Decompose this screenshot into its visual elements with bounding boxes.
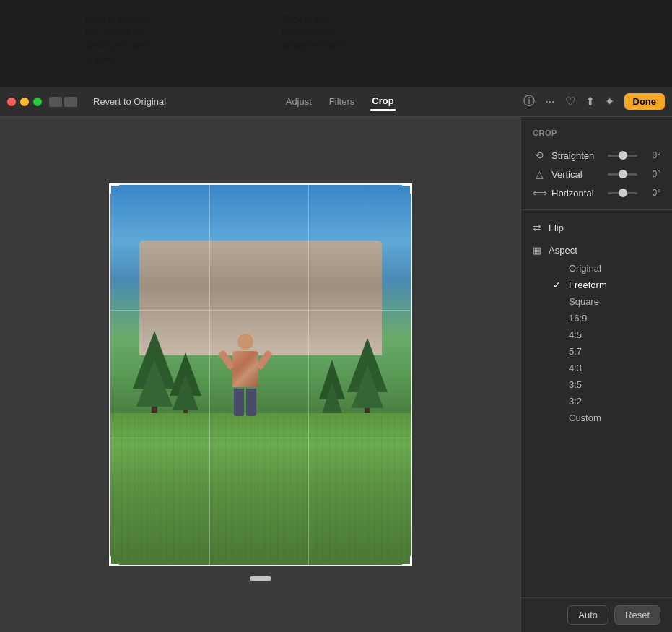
- horizontal-icon: ⟺: [533, 187, 546, 199]
- divider-1: [521, 209, 672, 210]
- vertical-label: Vertical: [551, 169, 602, 180]
- horizontal-control: ⟺ Horizontal 0°: [521, 183, 672, 202]
- horizontal-label: Horizontal: [551, 188, 602, 199]
- aspect-square[interactable]: Square: [521, 293, 672, 310]
- aspect-original[interactable]: Original: [521, 260, 672, 277]
- vertical-icon: △: [533, 168, 546, 180]
- aspect-4-3[interactable]: 4:3: [521, 360, 672, 376]
- auto-button[interactable]: Auto: [567, 605, 608, 625]
- photo-container[interactable]: [109, 183, 412, 566]
- traffic-lights: [7, 98, 42, 106]
- tab-crop[interactable]: Crop: [370, 92, 395, 111]
- titlebar: Revert to Original Adjust Filters Crop ⓘ…: [0, 87, 672, 117]
- tooltip-top-left: Drag to enclose the area of the photo yo…: [85, 13, 151, 66]
- aspect-freeform[interactable]: ✓ Freeform: [521, 277, 672, 293]
- view-single[interactable]: [49, 97, 62, 107]
- aspect-4-5[interactable]: 4:5: [521, 326, 672, 343]
- share-icon[interactable]: ⬆: [585, 95, 595, 108]
- horizontal-value: 0°: [643, 188, 660, 198]
- aspect-label: Aspect: [549, 245, 577, 256]
- view-toggle: [49, 97, 77, 107]
- tooltip-top-right: Click to see the crop and straighten too…: [282, 13, 348, 53]
- vertical-control: △ Vertical 0°: [521, 165, 672, 183]
- tab-adjust[interactable]: Adjust: [284, 93, 313, 110]
- aspect-3-5[interactable]: 3:5: [521, 376, 672, 393]
- tab-filters[interactable]: Filters: [328, 93, 356, 110]
- view-grid[interactable]: [64, 97, 77, 107]
- vertical-thumb[interactable]: [619, 170, 627, 178]
- horizontal-thumb[interactable]: [619, 189, 627, 197]
- toolbar-icons: ⓘ ··· ♡ ⬆ ✦: [523, 94, 614, 109]
- maximize-button[interactable]: [33, 98, 42, 106]
- wand-icon[interactable]: ✦: [605, 95, 614, 108]
- revert-button[interactable]: Revert to Original: [89, 95, 170, 108]
- flip-label: Flip: [549, 222, 564, 233]
- sidebar-bottom-bar: Auto Reset: [521, 597, 672, 632]
- reset-button[interactable]: Reset: [614, 605, 660, 625]
- vertical-value: 0°: [643, 169, 660, 179]
- sidebar: CROP ⟲ Straighten 0° △ Vertical 0° ⟺ Hor…: [520, 117, 672, 632]
- aspect-icon: ▦: [533, 245, 541, 256]
- tab-group: Adjust Filters Crop: [284, 92, 396, 111]
- vertical-slider[interactable]: [608, 173, 637, 176]
- straighten-icon: ⟲: [533, 150, 546, 161]
- sidebar-title: CROP: [521, 129, 672, 146]
- straighten-label: Straighten: [551, 150, 602, 161]
- aspect-custom[interactable]: Custom: [521, 410, 672, 426]
- bottom-drag-handle[interactable]: [250, 576, 271, 581]
- flip-action[interactable]: ⇄ Flip: [521, 217, 672, 238]
- horizontal-slider[interactable]: [608, 192, 637, 194]
- done-button[interactable]: Done: [624, 93, 666, 110]
- flip-icon: ⇄: [533, 222, 541, 233]
- aspect-section: ▦ Aspect Original ✓ Freeform Square 16:9…: [521, 238, 672, 429]
- info-icon[interactable]: ⓘ: [523, 94, 535, 109]
- straighten-thumb[interactable]: [619, 151, 627, 160]
- aspect-3-2[interactable]: 3:2: [521, 393, 672, 410]
- main-content: [0, 117, 520, 632]
- grass-area: [109, 413, 412, 566]
- aspect-header[interactable]: ▦ Aspect: [521, 241, 672, 260]
- heart-icon[interactable]: ♡: [565, 95, 575, 108]
- straighten-slider[interactable]: [608, 155, 637, 157]
- straighten-value: 0°: [643, 150, 660, 160]
- aspect-16-9[interactable]: 16:9: [521, 310, 672, 326]
- straighten-control: ⟲ Straighten 0°: [521, 146, 672, 165]
- more-icon[interactable]: ···: [545, 95, 554, 108]
- person-subject: [227, 334, 263, 420]
- photo-image: [109, 183, 412, 566]
- aspect-5-7[interactable]: 5:7: [521, 343, 672, 360]
- close-button[interactable]: [7, 98, 16, 106]
- minimize-button[interactable]: [20, 98, 29, 106]
